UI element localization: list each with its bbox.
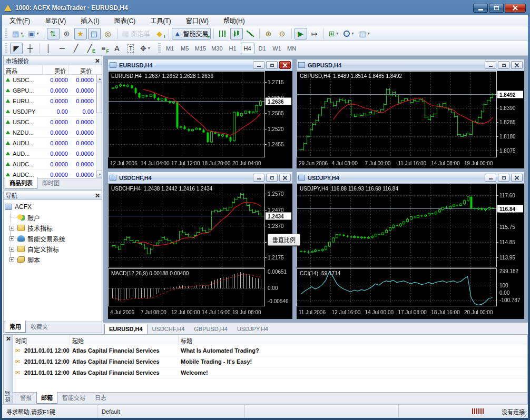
navigator-item-indicators[interactable]: 技术指标 xyxy=(5,223,101,233)
market-watch-row[interactable]: NZDU... 0.0000 0.0000 xyxy=(4,127,96,138)
market-watch-title-bar[interactable]: 市场报价 xyxy=(4,56,102,65)
column-header-symbol[interactable]: 商品 xyxy=(4,65,43,74)
navigator-tab[interactable]: 常用 xyxy=(5,321,26,333)
expand-icon[interactable] xyxy=(9,236,14,241)
menu-item[interactable]: 帮助(H) xyxy=(216,14,252,26)
close-panel-icon[interactable] xyxy=(95,58,100,63)
timeframe-button[interactable]: W1 xyxy=(270,43,284,54)
market-watch-row[interactable]: GBPU... 0.0000 0.0000 xyxy=(4,85,96,96)
strategy-tester-button[interactable]: ◎ xyxy=(102,28,114,39)
chart-line-button[interactable] xyxy=(244,28,257,39)
price-chart-canvas[interactable] xyxy=(108,71,292,168)
close-button[interactable] xyxy=(511,61,523,69)
timeframe-button[interactable]: D1 xyxy=(256,43,269,54)
navigator-item-expert-advisors[interactable]: 智能交易系统 xyxy=(5,233,101,244)
expand-icon[interactable] xyxy=(9,226,14,231)
menu-item[interactable]: 插入(I) xyxy=(73,14,106,26)
navigator-root[interactable]: ACFX xyxy=(5,202,101,212)
market-watch-row[interactable]: USDC... 0.0000 0.0000 xyxy=(4,75,96,85)
mail-row[interactable]: ✉ 2011.01.01 12:00 Atlas Capital Financi… xyxy=(13,356,527,367)
minimize-button[interactable] xyxy=(253,61,264,69)
tick-chart-toggle[interactable]: ⇅ xyxy=(47,28,60,39)
close-button[interactable] xyxy=(279,61,291,69)
expand-icon[interactable] xyxy=(9,257,14,262)
toolbar-grip[interactable] xyxy=(5,43,7,54)
chart-tab[interactable]: GBPUSD,H4 xyxy=(189,324,232,334)
fibonacci-tool[interactable]: ≡ F xyxy=(97,43,110,54)
column-header-from[interactable]: 起始 xyxy=(70,335,179,345)
text-tool[interactable]: A xyxy=(111,43,123,54)
market-watch-row[interactable]: AUDC... 0.0000 0.0000 xyxy=(4,169,96,178)
navigator-title-bar[interactable]: 导航 xyxy=(4,191,102,200)
trendline-tool[interactable]: ╱ xyxy=(70,43,82,54)
terminal-toggle[interactable]: ▤ xyxy=(88,28,101,39)
chart-tab[interactable]: USDJPY,H4 xyxy=(232,324,273,334)
restore-button[interactable] xyxy=(266,174,278,182)
restore-button[interactable] xyxy=(498,61,509,69)
price-chart-canvas[interactable] xyxy=(297,71,524,168)
indicators-button[interactable]: ⊞ ▾ xyxy=(327,28,341,39)
menu-item[interactable]: 窗口(W) xyxy=(179,14,216,26)
close-panel-icon[interactable] xyxy=(95,193,100,198)
label-tool[interactable]: T xyxy=(124,43,137,54)
menu-item[interactable]: 显示(V) xyxy=(37,14,73,26)
restore-button[interactable] xyxy=(489,4,504,13)
periods-button[interactable]: ▾ xyxy=(341,28,356,39)
column-header-subject[interactable]: 标题 xyxy=(179,335,527,345)
market-watch-tab[interactable]: 商品列表 xyxy=(5,177,37,189)
close-button[interactable] xyxy=(511,174,523,182)
price-chart-canvas[interactable] xyxy=(108,184,292,319)
toolbar-grip[interactable] xyxy=(5,28,7,39)
expert-advisors-toggle[interactable]: ▲ ▸ 智能交易 xyxy=(172,28,211,39)
title-bar[interactable]: 1000: ACFX MetaTrader - EURUSD,H4 xyxy=(1,1,529,15)
market-watch-row[interactable]: EURU... 0.0000 0.0000 xyxy=(4,96,96,106)
scroll-up-icon[interactable]: ▲ xyxy=(96,75,102,82)
scroll-down-icon[interactable]: ▼ xyxy=(96,171,102,178)
status-profile[interactable]: Default xyxy=(97,405,245,418)
chart-window-eurusd[interactable]: EURUSD,H4 xyxy=(107,59,293,169)
price-chart-canvas[interactable] xyxy=(297,184,524,319)
minimize-button[interactable] xyxy=(253,174,264,182)
metaeditor-button[interactable]: ◆ ! xyxy=(153,28,166,39)
navigator-tab[interactable]: 收藏夹 xyxy=(26,321,53,333)
toolbar-grip[interactable] xyxy=(158,43,161,54)
scrollbar-thumb[interactable] xyxy=(96,83,102,113)
column-header-bid[interactable]: 卖价 xyxy=(43,65,68,74)
vertical-line-tool[interactable]: │ xyxy=(42,43,55,54)
mail-row[interactable]: ✉ 2011.01.01 12:00 Atlas Capital Financi… xyxy=(13,345,527,356)
chart-tab[interactable]: USDCHF,H4 xyxy=(148,324,190,334)
cursor-tool[interactable]: ◤ xyxy=(10,43,23,54)
close-button[interactable] xyxy=(279,174,291,182)
channel-tool[interactable]: ╱ E xyxy=(83,43,96,54)
zoom-in-button[interactable]: ⊕ xyxy=(262,28,275,39)
terminal-tab[interactable]: 警报 xyxy=(15,392,36,404)
timeframe-button[interactable]: M15 xyxy=(193,43,208,54)
market-watch-row[interactable]: AUDU... 0.0000 0.0000 xyxy=(4,138,96,148)
mail-row[interactable]: ✉ 2011.01.01 12:00 Atlas Capital Financi… xyxy=(13,367,527,378)
market-watch-row[interactable]: AUDC... 0.0000 0.0000 xyxy=(4,159,96,169)
resize-grip[interactable] xyxy=(520,410,527,417)
navigator-item-custom-indicators[interactable]: 自定义指标 xyxy=(5,244,101,254)
zoom-out-button[interactable]: ⊖ xyxy=(276,28,289,39)
new-order-button[interactable]: ▥ 新定单 xyxy=(120,28,152,39)
chart-window-usdchf[interactable]: USDCHF,H4 xyxy=(107,172,293,319)
scrollbar[interactable]: ▲ ▼ xyxy=(96,75,102,178)
chart-title-bar[interactable]: EURUSD,H4 xyxy=(108,59,292,71)
restore-button[interactable] xyxy=(498,174,509,182)
market-watch-row[interactable]: USDC... 0.0000 0.0000 xyxy=(4,117,96,127)
chart-title-bar[interactable]: GBPUSD,H4 xyxy=(297,59,524,71)
templates-button[interactable]: ▤ ▾ xyxy=(357,28,371,39)
data-window-button[interactable]: ⊕ xyxy=(61,28,73,39)
timeframe-button[interactable]: H4 xyxy=(241,43,254,54)
timeframe-button[interactable]: H1 xyxy=(226,43,240,54)
chart-window-gbpusd[interactable]: GBPUSD,H4 xyxy=(296,59,525,169)
navigator-item-scripts[interactable]: 脚本 xyxy=(5,254,101,265)
menu-item[interactable]: 文件(F) xyxy=(2,14,37,26)
chart-tab[interactable]: EURUSD,H4 xyxy=(104,324,148,334)
column-header-time[interactable]: 时间 xyxy=(13,335,70,345)
column-header-ask[interactable]: 买价 xyxy=(68,65,94,74)
chart-shift-button[interactable]: ↦ xyxy=(308,28,321,39)
auto-scroll-toggle[interactable]: ▶ xyxy=(295,28,307,39)
restore-button[interactable] xyxy=(266,61,278,69)
market-watch-tab[interactable]: 即时图 xyxy=(37,177,64,189)
